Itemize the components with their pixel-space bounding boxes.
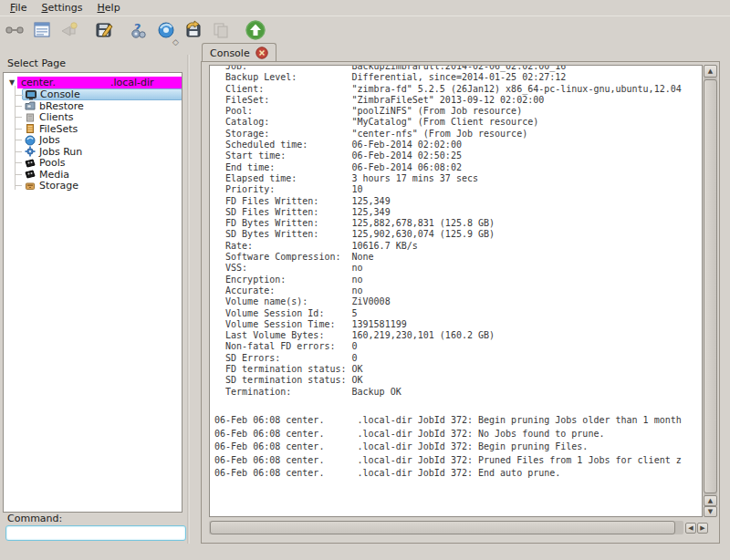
scroll-left-icon[interactable]: ◀ [685,523,696,534]
horizontal-scrollbar[interactable] [209,521,683,534]
copy-icon[interactable] [209,18,233,42]
run-question-gear-icon[interactable]: ? [127,18,151,42]
sidebar-item-storage[interactable]: Storage [22,180,182,192]
tree-root-director[interactable]: ▼ center. .local-dir [6,77,182,88]
menu-help[interactable]: Help [91,1,127,15]
display-text-icon[interactable] [30,18,54,42]
up-arrow-icon[interactable] [244,18,267,42]
dock-splitter[interactable] [187,55,190,544]
sidebar-item-console[interactable]: Console [22,88,182,100]
sidebar-item-jobs[interactable]: Jobs [22,134,182,146]
messages-icon[interactable] [57,18,81,42]
label-floppy-edit-icon[interactable] [92,18,116,42]
sidebar-item-brestore[interactable]: bRestore [22,100,182,112]
horizontal-scroll-thumb[interactable] [210,521,675,534]
splitter-handle-icon[interactable]: ◇ [172,37,179,47]
job-report-text: Job: BackupZimbraFull.2014-02-06_02.02.0… [214,66,702,398]
media-icon [24,169,36,180]
storage-icon [24,181,36,192]
dock-title: Select Page [7,57,66,69]
tab-console[interactable]: Console [202,43,276,62]
sidebar-item-clients[interactable]: Clients [22,111,182,123]
console-tab-pane: Job: BackupZimbraFull.2014-02-06_02.02.0… [201,61,720,544]
brestore-icon [24,100,36,111]
scroll-down-icon[interactable]: ▼ [704,506,717,517]
scroll-up-icon[interactable]: ▲ [704,495,717,506]
vertical-scroll-thumb[interactable] [704,79,717,493]
chevron-down-icon[interactable]: ▼ [6,78,17,87]
pools-icon [24,158,36,169]
page-tree: ▼ center. .local-dir Console bRestore Cl… [3,72,182,513]
clients-icon [24,112,36,123]
connect-icon[interactable] [3,18,26,42]
toolbar: ? [0,16,730,43]
menu-settings[interactable]: Settings [35,1,89,15]
scroll-up-icon[interactable]: ▲ [704,65,717,78]
job-log-text: 06-Feb 06:08 center. .local-dir JobId 37… [214,414,702,481]
sidebar-item-filesets[interactable]: FileSets [22,123,182,135]
sidebar-item-media[interactable]: Media [22,169,182,181]
close-icon[interactable] [256,47,268,59]
vertical-scrollbar[interactable]: ▲ ▲ ▼ [704,65,717,517]
menu-file[interactable]: File [4,1,33,15]
console-output: Job: BackupZimbraFull.2014-02-06_02.02.0… [209,65,703,517]
director-name-suffix: .local-dir [110,77,154,88]
console-icon [25,89,37,100]
menu-bar: File Settings Help [0,0,730,16]
sidebar-item-pools[interactable]: Pools [22,157,182,169]
director-name-prefix: center. [21,77,56,88]
sidebar-item-jobs-run[interactable]: Jobs Run [22,146,182,158]
tab-console-label: Console [210,47,250,59]
command-input[interactable] [5,525,186,541]
jobs-icon [24,135,36,146]
filesets-icon [24,123,36,134]
command-label: Command: [7,513,62,524]
jobs-run-icon [24,146,36,157]
restore-floppy-icon[interactable] [182,18,205,42]
scroll-right-icon[interactable]: ▶ [697,523,708,534]
